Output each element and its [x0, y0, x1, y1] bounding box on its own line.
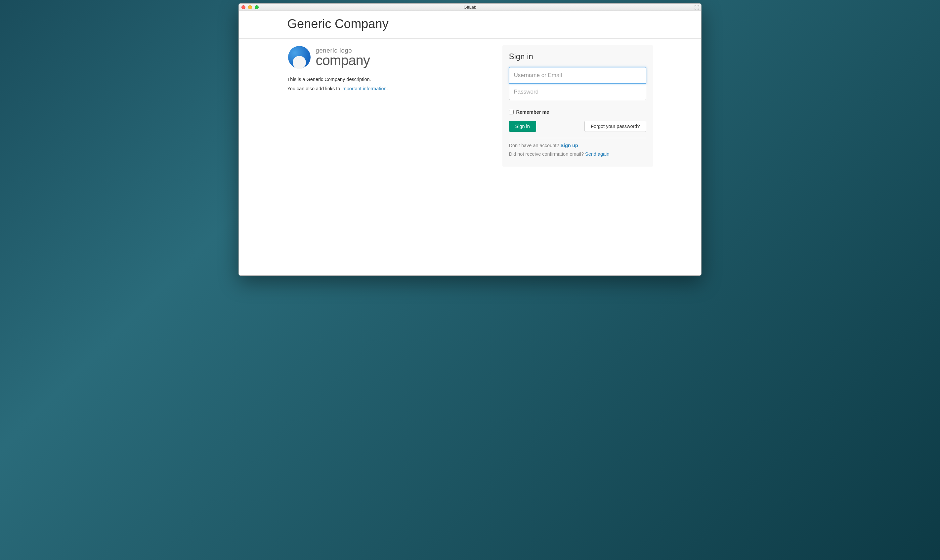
forgot-password-button[interactable]: Forgot your password?	[584, 121, 646, 132]
confirmation-line: Did not receive confirmation email? Send…	[509, 151, 646, 157]
titlebar[interactable]: GitLab	[239, 4, 701, 11]
important-information-link[interactable]: important information	[341, 86, 386, 91]
zoom-window-button[interactable]	[255, 5, 259, 9]
logo-icon	[287, 45, 311, 69]
signup-prefix: Don't have an account?	[509, 143, 561, 148]
confirm-prefix: Did not receive confirmation email?	[509, 151, 586, 157]
description-line-1: This is a Generic Company description.	[287, 75, 493, 84]
fullscreen-icon[interactable]	[695, 5, 699, 9]
description-prefix: You can also add links to	[287, 86, 342, 91]
password-input[interactable]	[509, 84, 646, 100]
close-window-button[interactable]	[242, 5, 245, 9]
divider	[509, 138, 646, 138]
username-input[interactable]	[509, 67, 646, 84]
minimize-window-button[interactable]	[248, 5, 252, 9]
signup-link[interactable]: Sign up	[560, 143, 578, 148]
svg-point-1	[293, 56, 306, 69]
brand-column: generic logo company This is a Generic C…	[287, 45, 493, 167]
content-area: Generic Company	[239, 11, 701, 275]
description-suffix: .	[387, 86, 388, 91]
send-again-link[interactable]: Send again	[585, 151, 609, 157]
remember-me-label[interactable]: Remember me	[516, 109, 549, 115]
app-window: GitLab Generic Company	[239, 3, 701, 276]
page-title: Generic Company	[287, 17, 653, 31]
remember-me-checkbox[interactable]	[509, 110, 514, 114]
logo-title: company	[316, 54, 370, 67]
company-logo: generic logo company	[287, 45, 493, 69]
signin-title: Sign in	[509, 52, 646, 61]
signin-button[interactable]: Sign in	[509, 121, 536, 132]
window-title: GitLab	[239, 5, 701, 9]
signin-panel: Sign in Remember me Sign in Forgot your …	[502, 45, 653, 167]
description-line-2: You can also add links to important info…	[287, 84, 493, 94]
traffic-lights	[242, 5, 259, 9]
page-header: Generic Company	[239, 11, 701, 38]
signup-line: Don't have an account? Sign up	[509, 143, 646, 148]
